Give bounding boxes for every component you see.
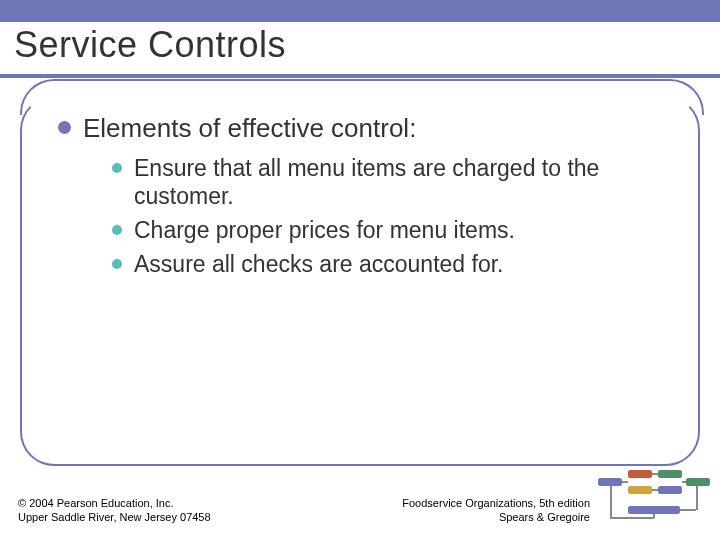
copyright-line: © 2004 Pearson Education, Inc. [18, 496, 211, 510]
diagram-connector [696, 486, 698, 510]
diagram-connector [652, 489, 658, 491]
diagram-box [658, 470, 682, 478]
flowchart-graphic [598, 470, 710, 526]
diagram-connector [610, 486, 612, 518]
title-divider [0, 74, 720, 78]
bullet-level2: Ensure that all menu items are charged t… [112, 154, 658, 210]
address-line: Upper Saddle River, New Jersey 07458 [18, 510, 211, 524]
bullet-dot-icon [58, 121, 71, 134]
subbullet-dot-icon [112, 259, 122, 269]
diagram-connector [680, 509, 696, 511]
subbullet-text: Ensure that all menu items are charged t… [134, 154, 658, 210]
footer-left: © 2004 Pearson Education, Inc. Upper Sad… [18, 496, 211, 524]
slide-title: Service Controls [14, 24, 286, 66]
diagram-connector [622, 481, 628, 483]
diagram-box [628, 506, 680, 514]
slide: Service Controls Elements of effective c… [0, 0, 720, 540]
diagram-box [628, 470, 652, 478]
book-title-line: Foodservice Organizations, 5th edition [402, 496, 590, 510]
subbullet-dot-icon [112, 163, 122, 173]
bullet-level2: Charge proper prices for menu items. [112, 216, 658, 244]
diagram-connector [682, 481, 686, 483]
bullet-level2: Assure all checks are accounted for. [112, 250, 658, 278]
content-area: Elements of effective control: Ensure th… [58, 112, 658, 284]
diagram-connector [652, 473, 658, 475]
footer-right: Foodservice Organizations, 5th edition S… [402, 496, 590, 524]
authors-line: Spears & Gregoire [402, 510, 590, 524]
top-accent-band [0, 0, 720, 22]
diagram-connector [653, 514, 655, 518]
diagram-box [686, 478, 710, 486]
bullet-text: Elements of effective control: [83, 112, 416, 144]
subbullet-text: Charge proper prices for menu items. [134, 216, 515, 244]
diagram-box [598, 478, 622, 486]
diagram-connector [610, 517, 654, 519]
diagram-box [658, 486, 682, 494]
diagram-box [628, 486, 652, 494]
bullet-level1: Elements of effective control: [58, 112, 658, 144]
subbullet-text: Assure all checks are accounted for. [134, 250, 503, 278]
subbullet-dot-icon [112, 225, 122, 235]
